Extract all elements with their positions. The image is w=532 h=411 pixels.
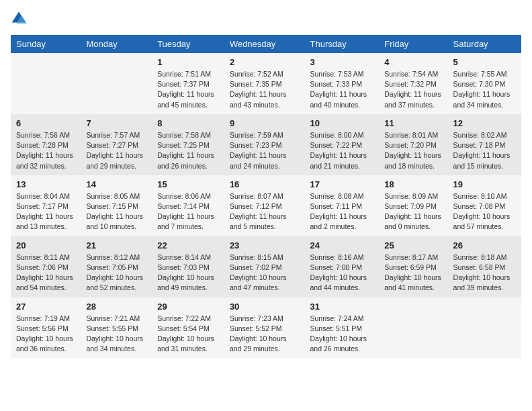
page-header bbox=[11, 11, 521, 27]
calendar-cell: 22Sunrise: 8:14 AM Sunset: 7:03 PM Dayli… bbox=[152, 236, 224, 298]
calendar-cell: 27Sunrise: 7:19 AM Sunset: 5:56 PM Dayli… bbox=[11, 298, 81, 359]
calendar-cell: 4Sunrise: 7:54 AM Sunset: 7:32 PM Daylig… bbox=[379, 53, 447, 114]
day-number: 19 bbox=[453, 179, 516, 189]
day-info: Sunrise: 8:00 AM Sunset: 7:22 PM Dayligh… bbox=[310, 130, 373, 171]
day-number: 24 bbox=[310, 240, 373, 250]
calendar-cell: 10Sunrise: 8:00 AM Sunset: 7:22 PM Dayli… bbox=[304, 114, 379, 175]
calendar-table: SundayMondayTuesdayWednesdayThursdayFrid… bbox=[11, 35, 521, 358]
day-info: Sunrise: 8:01 AM Sunset: 7:20 PM Dayligh… bbox=[384, 130, 442, 171]
day-info: Sunrise: 7:55 AM Sunset: 7:30 PM Dayligh… bbox=[453, 69, 516, 110]
weekday-header-sunday: Sunday bbox=[11, 35, 81, 53]
day-number: 1 bbox=[157, 57, 219, 67]
day-info: Sunrise: 7:23 AM Sunset: 5:52 PM Dayligh… bbox=[230, 314, 300, 355]
day-number: 2 bbox=[230, 57, 300, 67]
day-info: Sunrise: 7:51 AM Sunset: 7:37 PM Dayligh… bbox=[157, 69, 219, 110]
calendar-cell: 31Sunrise: 7:24 AM Sunset: 5:51 PM Dayli… bbox=[304, 298, 379, 359]
day-info: Sunrise: 8:16 AM Sunset: 7:00 PM Dayligh… bbox=[310, 253, 373, 293]
calendar-cell: 15Sunrise: 8:06 AM Sunset: 7:14 PM Dayli… bbox=[152, 175, 224, 236]
day-info: Sunrise: 7:59 AM Sunset: 7:23 PM Dayligh… bbox=[230, 130, 300, 171]
weekday-header-thursday: Thursday bbox=[304, 35, 379, 53]
calendar-header: SundayMondayTuesdayWednesdayThursdayFrid… bbox=[11, 35, 521, 53]
logo-icon bbox=[11, 11, 27, 27]
calendar-cell bbox=[81, 53, 152, 114]
calendar-cell: 7Sunrise: 7:57 AM Sunset: 7:27 PM Daylig… bbox=[81, 114, 152, 175]
day-number: 16 bbox=[230, 179, 300, 189]
day-number: 17 bbox=[310, 179, 373, 189]
day-number: 11 bbox=[384, 118, 442, 128]
weekday-header-wednesday: Wednesday bbox=[224, 35, 305, 53]
calendar-cell: 14Sunrise: 8:05 AM Sunset: 7:15 PM Dayli… bbox=[81, 175, 152, 236]
day-info: Sunrise: 8:02 AM Sunset: 7:18 PM Dayligh… bbox=[453, 130, 516, 171]
calendar-cell: 2Sunrise: 7:52 AM Sunset: 7:35 PM Daylig… bbox=[224, 53, 305, 114]
day-number: 22 bbox=[157, 240, 219, 250]
calendar-cell: 26Sunrise: 8:18 AM Sunset: 6:58 PM Dayli… bbox=[448, 236, 521, 298]
calendar-cell: 1Sunrise: 7:51 AM Sunset: 7:37 PM Daylig… bbox=[152, 53, 224, 114]
calendar-cell: 19Sunrise: 8:10 AM Sunset: 7:08 PM Dayli… bbox=[448, 175, 521, 236]
day-info: Sunrise: 8:10 AM Sunset: 7:08 PM Dayligh… bbox=[453, 191, 516, 232]
calendar-cell: 29Sunrise: 7:22 AM Sunset: 5:54 PM Dayli… bbox=[152, 298, 224, 359]
day-info: Sunrise: 8:12 AM Sunset: 7:05 PM Dayligh… bbox=[86, 253, 146, 293]
calendar-cell bbox=[448, 298, 521, 359]
day-number: 25 bbox=[384, 240, 442, 250]
day-info: Sunrise: 7:53 AM Sunset: 7:33 PM Dayligh… bbox=[310, 69, 373, 110]
calendar-cell: 16Sunrise: 8:07 AM Sunset: 7:12 PM Dayli… bbox=[224, 175, 305, 236]
calendar-week-row: 27Sunrise: 7:19 AM Sunset: 5:56 PM Dayli… bbox=[11, 298, 521, 359]
day-info: Sunrise: 8:09 AM Sunset: 7:09 PM Dayligh… bbox=[384, 191, 442, 232]
day-info: Sunrise: 8:14 AM Sunset: 7:03 PM Dayligh… bbox=[157, 253, 219, 293]
calendar-week-row: 6Sunrise: 7:56 AM Sunset: 7:28 PM Daylig… bbox=[11, 114, 521, 175]
calendar-cell: 3Sunrise: 7:53 AM Sunset: 7:33 PM Daylig… bbox=[304, 53, 379, 114]
day-info: Sunrise: 7:22 AM Sunset: 5:54 PM Dayligh… bbox=[157, 314, 219, 355]
day-number: 9 bbox=[230, 118, 300, 128]
day-number: 14 bbox=[86, 179, 146, 189]
day-info: Sunrise: 8:07 AM Sunset: 7:12 PM Dayligh… bbox=[230, 191, 300, 232]
calendar-cell: 20Sunrise: 8:11 AM Sunset: 7:06 PM Dayli… bbox=[11, 236, 81, 298]
calendar-cell bbox=[11, 53, 81, 114]
calendar-cell: 24Sunrise: 8:16 AM Sunset: 7:00 PM Dayli… bbox=[304, 236, 379, 298]
day-info: Sunrise: 8:18 AM Sunset: 6:58 PM Dayligh… bbox=[453, 253, 516, 293]
day-info: Sunrise: 7:19 AM Sunset: 5:56 PM Dayligh… bbox=[16, 314, 75, 355]
day-info: Sunrise: 8:17 AM Sunset: 6:59 PM Dayligh… bbox=[384, 253, 442, 293]
day-info: Sunrise: 7:58 AM Sunset: 7:25 PM Dayligh… bbox=[157, 130, 219, 171]
day-number: 8 bbox=[157, 118, 219, 128]
day-number: 31 bbox=[310, 302, 373, 312]
weekday-header-row: SundayMondayTuesdayWednesdayThursdayFrid… bbox=[11, 35, 521, 53]
calendar-cell: 8Sunrise: 7:58 AM Sunset: 7:25 PM Daylig… bbox=[152, 114, 224, 175]
day-info: Sunrise: 8:08 AM Sunset: 7:11 PM Dayligh… bbox=[310, 191, 373, 232]
day-number: 7 bbox=[86, 118, 146, 128]
day-number: 23 bbox=[230, 240, 300, 250]
day-number: 28 bbox=[86, 302, 146, 312]
day-number: 26 bbox=[453, 240, 516, 250]
day-info: Sunrise: 7:56 AM Sunset: 7:28 PM Dayligh… bbox=[16, 130, 75, 171]
calendar-cell: 28Sunrise: 7:21 AM Sunset: 5:55 PM Dayli… bbox=[81, 298, 152, 359]
day-number: 6 bbox=[16, 118, 75, 128]
day-info: Sunrise: 7:21 AM Sunset: 5:55 PM Dayligh… bbox=[86, 314, 146, 355]
day-info: Sunrise: 8:04 AM Sunset: 7:17 PM Dayligh… bbox=[16, 191, 75, 232]
day-number: 15 bbox=[157, 179, 219, 189]
calendar-week-row: 1Sunrise: 7:51 AM Sunset: 7:37 PM Daylig… bbox=[11, 53, 521, 114]
calendar-cell: 18Sunrise: 8:09 AM Sunset: 7:09 PM Dayli… bbox=[379, 175, 447, 236]
day-number: 21 bbox=[86, 240, 146, 250]
weekday-header-friday: Friday bbox=[379, 35, 447, 53]
calendar-cell: 13Sunrise: 8:04 AM Sunset: 7:17 PM Dayli… bbox=[11, 175, 81, 236]
day-number: 12 bbox=[453, 118, 516, 128]
calendar-body: 1Sunrise: 7:51 AM Sunset: 7:37 PM Daylig… bbox=[11, 53, 521, 358]
weekday-header-tuesday: Tuesday bbox=[152, 35, 224, 53]
day-info: Sunrise: 7:54 AM Sunset: 7:32 PM Dayligh… bbox=[384, 69, 442, 110]
calendar-cell: 25Sunrise: 8:17 AM Sunset: 6:59 PM Dayli… bbox=[379, 236, 447, 298]
day-info: Sunrise: 7:57 AM Sunset: 7:27 PM Dayligh… bbox=[86, 130, 146, 171]
day-number: 13 bbox=[16, 179, 75, 189]
day-number: 27 bbox=[16, 302, 75, 312]
day-number: 20 bbox=[16, 240, 75, 250]
calendar-cell: 23Sunrise: 8:15 AM Sunset: 7:02 PM Dayli… bbox=[224, 236, 305, 298]
calendar-cell: 5Sunrise: 7:55 AM Sunset: 7:30 PM Daylig… bbox=[448, 53, 521, 114]
calendar-cell: 17Sunrise: 8:08 AM Sunset: 7:11 PM Dayli… bbox=[304, 175, 379, 236]
calendar-cell: 6Sunrise: 7:56 AM Sunset: 7:28 PM Daylig… bbox=[11, 114, 81, 175]
day-number: 3 bbox=[310, 57, 373, 67]
day-number: 29 bbox=[157, 302, 219, 312]
day-info: Sunrise: 8:11 AM Sunset: 7:06 PM Dayligh… bbox=[16, 253, 75, 293]
day-number: 4 bbox=[384, 57, 442, 67]
logo bbox=[11, 11, 30, 27]
weekday-header-saturday: Saturday bbox=[448, 35, 521, 53]
calendar-cell: 11Sunrise: 8:01 AM Sunset: 7:20 PM Dayli… bbox=[379, 114, 447, 175]
calendar-cell: 12Sunrise: 8:02 AM Sunset: 7:18 PM Dayli… bbox=[448, 114, 521, 175]
